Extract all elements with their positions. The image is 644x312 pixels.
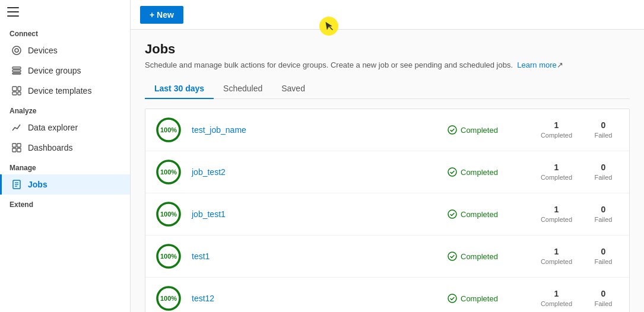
content-area: Jobs Schedule and manage bulk actions fo… [131, 30, 644, 312]
sidebar-item-dashboards[interactable]: Dashboards [0, 138, 130, 158]
tab-scheduled[interactable]: Scheduled [214, 79, 272, 99]
job-name[interactable]: test1 [192, 251, 438, 261]
sidebar-item-jobs-label: Jobs [28, 180, 47, 189]
page-description: Schedule and manage bulk actions for dev… [145, 61, 630, 69]
progress-label: 100% [160, 295, 177, 302]
page-title: Jobs [145, 42, 630, 57]
job-stats: 1 Completed 0 Failed [540, 289, 620, 308]
svg-point-20 [448, 126, 456, 134]
toolbar: + New [131, 0, 644, 30]
tab-last30[interactable]: Last 30 days [145, 79, 214, 99]
failed-label: Failed [595, 300, 613, 307]
completed-label: Completed [541, 174, 572, 181]
tab-saved[interactable]: Saved [272, 79, 315, 99]
progress-circle: 100% [155, 243, 182, 270]
svg-line-17 [330, 27, 333, 30]
job-row: 100% job_test1 Completed 1 Completed 0 F… [145, 193, 629, 235]
completed-stat: 1 Completed [540, 289, 573, 308]
job-row: 100% test_job_name Completed 1 Completed… [145, 109, 629, 151]
svg-rect-7 [18, 87, 21, 91]
failed-stat: 0 Failed [587, 289, 620, 308]
job-stats: 1 Completed 0 Failed [540, 120, 620, 139]
completed-stat: 1 Completed [540, 205, 573, 224]
failed-label: Failed [595, 132, 613, 139]
job-row: 100% job_test2 Completed 1 Completed 0 F… [145, 151, 629, 193]
failed-value: 0 [587, 289, 620, 298]
status-text: Completed [461, 252, 498, 261]
failed-stat: 0 Failed [587, 163, 620, 182]
sidebar-item-device-groups-label: Device groups [28, 66, 81, 75]
completed-value: 1 [540, 163, 573, 172]
job-status: Completed [448, 209, 531, 219]
completed-status-icon [448, 167, 457, 177]
svg-point-23 [448, 168, 456, 176]
svg-point-29 [448, 252, 456, 260]
progress-circle: 100% [155, 158, 182, 186]
svg-point-0 [12, 46, 21, 55]
failed-stat: 0 Failed [587, 247, 620, 266]
job-row: 100% test12 Completed 1 Completed 0 Fail… [145, 278, 629, 312]
completed-value: 1 [540, 120, 573, 130]
job-status: Completed [448, 251, 531, 261]
dashboards-icon [11, 142, 22, 153]
job-stats: 1 Completed 0 Failed [540, 163, 620, 182]
device-templates-icon [11, 85, 22, 96]
hamburger-menu-icon[interactable] [7, 6, 19, 18]
svg-point-1 [15, 49, 18, 52]
status-text: Completed [461, 168, 498, 177]
job-name[interactable]: test12 [192, 294, 438, 303]
learn-more-link[interactable]: Learn more [517, 61, 556, 69]
job-name[interactable]: job_test1 [192, 209, 438, 219]
job-stats: 1 Completed 0 Failed [540, 247, 620, 266]
completed-label: Completed [541, 300, 572, 307]
completed-label: Completed [541, 258, 572, 265]
sidebar-item-devices-label: Devices [28, 46, 58, 55]
progress-label: 100% [160, 168, 177, 176]
sidebar-item-device-templates[interactable]: Device templates [0, 81, 130, 101]
sidebar-item-devices[interactable]: Devices [0, 40, 130, 61]
status-text: Completed [461, 210, 498, 219]
devices-icon [11, 45, 22, 56]
data-explorer-icon [11, 122, 22, 133]
svg-point-32 [448, 294, 456, 303]
progress-label: 100% [160, 126, 177, 133]
svg-rect-11 [12, 148, 16, 152]
completed-label: Completed [541, 216, 572, 223]
sidebar-item-device-templates-label: Device templates [28, 86, 91, 95]
completed-value: 1 [540, 247, 573, 256]
jobs-list: 100% test_job_name Completed 1 Completed… [145, 109, 630, 312]
completed-stat: 1 Completed [540, 120, 573, 139]
completed-value: 1 [540, 205, 573, 214]
section-analyze: Analyze [0, 101, 130, 117]
failed-value: 0 [587, 247, 620, 256]
sidebar-item-device-groups[interactable]: Device groups [0, 61, 130, 81]
sidebar-item-jobs[interactable]: Jobs [0, 174, 130, 195]
progress-label: 100% [160, 211, 177, 218]
completed-value: 1 [540, 289, 573, 298]
job-name[interactable]: test_job_name [192, 125, 438, 135]
failed-stat: 0 Failed [587, 120, 620, 139]
section-connect: Connect [0, 24, 130, 40]
completed-stat: 1 Completed [540, 247, 573, 266]
section-manage: Manage [0, 158, 130, 174]
failed-value: 0 [587, 205, 620, 214]
failed-label: Failed [595, 216, 613, 223]
job-stats: 1 Completed 0 Failed [540, 205, 620, 224]
completed-status-icon [448, 125, 457, 135]
section-extend: Extend [0, 195, 130, 211]
failed-value: 0 [587, 120, 620, 130]
job-name[interactable]: job_test2 [192, 167, 438, 177]
tabs: Last 30 days Scheduled Saved [145, 79, 630, 99]
completed-status-icon [448, 209, 457, 219]
sidebar-scroll: Connect Devices Device groups [0, 24, 130, 312]
progress-circle: 100% [155, 200, 182, 228]
job-status: Completed [448, 167, 531, 177]
main-content: + New Jobs Schedule and manage bulk acti… [131, 0, 644, 312]
sidebar-header [0, 0, 130, 24]
new-button[interactable]: + New [140, 6, 183, 24]
sidebar-item-data-explorer[interactable]: Data explorer [0, 117, 130, 138]
job-status: Completed [448, 125, 531, 135]
svg-rect-5 [12, 87, 17, 91]
svg-rect-10 [17, 144, 21, 147]
sidebar-item-dashboards-label: Dashboards [28, 143, 73, 152]
